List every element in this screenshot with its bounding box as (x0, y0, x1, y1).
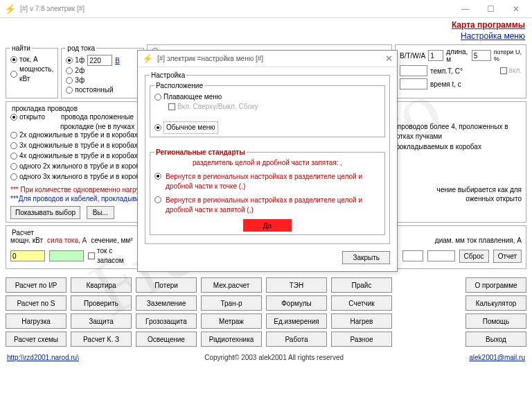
minimize-button[interactable]: — (453, 4, 477, 14)
radio-separator-comma[interactable]: Вернутся в региональных настройках в раз… (154, 196, 380, 215)
length-input[interactable] (428, 50, 443, 61)
dlg-layout-legend: Расположение (154, 82, 204, 89)
btn-scheme[interactable]: Расчет схемы (6, 332, 66, 347)
bolt-icon: ⚡ (142, 53, 153, 64)
btn-meter[interactable]: Счетчик (331, 295, 392, 311)
dlg-regional-legend: Региональные стандарты (154, 148, 247, 156)
radio-power-kw[interactable]: мощность, кВт (10, 64, 53, 84)
show-selection-button[interactable]: Показывать выбор (10, 206, 80, 219)
btn-light[interactable]: Освещение (136, 332, 197, 347)
lbl-current-red: сила тока, А (47, 236, 87, 244)
btn-exit[interactable]: Выход (466, 332, 526, 347)
radio-separator-dot[interactable]: Вернутся в региональных настройках в раз… (154, 172, 380, 191)
dialog-close-icon[interactable]: ✕ (385, 53, 393, 64)
btn-losses[interactable]: Потери (136, 277, 197, 293)
note2-blue: ***Для проводов и кабелей, прокладываемы… (10, 195, 157, 203)
fieldset-settings: Настройка Расположение Плавающее меню Вк… (145, 71, 390, 244)
temp-input[interactable] (400, 65, 427, 76)
wiring-legend: прокладка проводов (10, 105, 79, 112)
btn-ten[interactable]: ТЭН (266, 277, 327, 293)
btwa-label: B/T/W/A (400, 52, 425, 60)
check-margin[interactable]: ток с запасом (88, 246, 141, 266)
btn-kz[interactable]: Расчет К. З (71, 332, 132, 347)
btn-lightning[interactable]: Грозозащита (136, 313, 197, 329)
melt-input[interactable] (427, 250, 455, 261)
footer-copyright: Copyright© 2003 alek2001 All rights rese… (204, 354, 344, 361)
current-output (49, 250, 84, 261)
btn-ground[interactable]: Заземление (136, 295, 197, 311)
voltage-input[interactable] (87, 55, 112, 66)
btn-vy[interactable]: Вы... (87, 206, 114, 219)
btn-heat[interactable]: Нагрев (331, 313, 392, 329)
fieldset-current-type: род тока 1ф В 2ф 3ф постоянный (61, 44, 144, 98)
lbl-power: мощн. кВт (10, 236, 43, 244)
radio-normal-menu[interactable]: Обычное меню (154, 121, 380, 134)
temp-label: темп.T, C° (430, 67, 463, 75)
check-top-side: Вкл. Сверху/Выкл. Сбоку (168, 102, 380, 112)
radio-r2[interactable]: прокладываемых в коробах (383, 142, 522, 152)
dialog-titlebar: ⚡ [#] электрик =настройка меню [#] ✕ (138, 51, 397, 67)
btn-length[interactable]: Метраж (201, 313, 262, 329)
btn-price[interactable]: Прайс (331, 277, 392, 293)
dialog-close-button[interactable]: Закрыть (342, 251, 390, 264)
btn-help[interactable]: Помощь (466, 313, 526, 329)
btn-apartment[interactable]: Квартира (71, 277, 132, 293)
fieldset-layout: Расположение Плавающее меню Вкл. Сверху/… (150, 82, 385, 137)
lbl-diam: диам. мм ток плавления, А (435, 236, 522, 244)
power-input[interactable] (10, 250, 45, 261)
radio-dc[interactable]: постоянный (66, 85, 139, 95)
radio-current-a[interactable]: ток, A (10, 55, 53, 64)
btn-formula[interactable]: Формулы (266, 295, 327, 311)
diam-input[interactable] (402, 250, 423, 261)
btn-radio[interactable]: Радиотехника (201, 332, 262, 347)
btn-misc[interactable]: Разное (331, 332, 392, 347)
footer-email[interactable]: alek2001@mail.ru (469, 354, 525, 361)
regional-subtitle: разделитель целой и дробной части запята… (154, 159, 380, 166)
bolt-icon: ⚡ (4, 3, 16, 15)
radio-3ph[interactable]: 3ф (66, 76, 139, 85)
btn-calc-s[interactable]: Расчет по S (6, 295, 66, 311)
close-button[interactable]: ✕ (504, 4, 528, 14)
settings-dialog: ⚡ [#] электрик =настройка меню [#] ✕ Нас… (137, 50, 398, 272)
length-label: длина, м (446, 48, 468, 63)
check-incl[interactable]: вкл. (500, 66, 522, 76)
select-5[interactable] (472, 50, 491, 61)
time-input[interactable] (400, 78, 427, 89)
report-button[interactable]: Отчет (493, 250, 522, 263)
footer: http:\\rzd2001.narod.ru\ Copyright© 2003… (0, 351, 532, 365)
fieldset-right-params: B/T/W/A длина, м потери U, % темп.T, C° … (395, 44, 526, 98)
maximize-button[interactable]: ☐ (479, 4, 502, 14)
link-program-map[interactable]: Карта программы (7, 19, 525, 31)
btn-about[interactable]: О программе (466, 277, 526, 293)
btn-protect[interactable]: Защита (71, 313, 132, 329)
reset-button[interactable]: Сброс (459, 250, 489, 263)
btn-mech[interactable]: Мех.расчет (201, 277, 262, 293)
find-legend: найти (10, 44, 32, 52)
btn-check[interactable]: Проверить (71, 295, 132, 311)
link-menu-settings[interactable]: Настройка меню (7, 31, 525, 42)
btn-trans[interactable]: Тран-р (201, 295, 262, 311)
loss-label: потери U, % (494, 49, 522, 62)
dlg-settings-legend: Настройка (150, 71, 186, 79)
btn-work[interactable]: Работа (266, 332, 327, 347)
fieldset-regional: Региональные стандарты разделитель целой… (150, 148, 385, 235)
calc-legend: Расчет (10, 229, 35, 236)
btn-calc-ip[interactable]: Расчет по I/P (6, 277, 66, 293)
top-links: Карта программы Настройка меню (0, 18, 532, 42)
btn-load[interactable]: Нагрузка (6, 313, 66, 329)
radio-floating-menu[interactable]: Плавающее меню (154, 92, 380, 102)
window-titlebar: ⚡ [#] v 7.8 электрик [#] — ☐ ✕ (0, 0, 532, 18)
radio-1ph[interactable]: 1ф (66, 55, 85, 65)
btn-calc2[interactable]: Калькулятор (466, 295, 526, 311)
yes-button[interactable]: Да (243, 219, 292, 232)
current-legend: род тока (66, 44, 96, 52)
voltage-unit[interactable]: В (115, 57, 120, 64)
btn-units[interactable]: Ед.измерения (266, 313, 327, 329)
radio-2ph[interactable]: 2ф (66, 66, 139, 76)
radio-r1[interactable]: х проводов более 4, проложенных в лотках… (383, 122, 522, 141)
dialog-title: [#] электрик =настройка меню [#] (157, 55, 385, 62)
window-title: [#] v 7.8 электрик [#] (20, 5, 453, 12)
button-grid: Расчет по I/P Квартира Потери Мех.расчет… (6, 273, 526, 351)
time-label: время t, с (430, 80, 461, 88)
footer-url[interactable]: http:\\rzd2001.narod.ru\ (7, 354, 79, 361)
